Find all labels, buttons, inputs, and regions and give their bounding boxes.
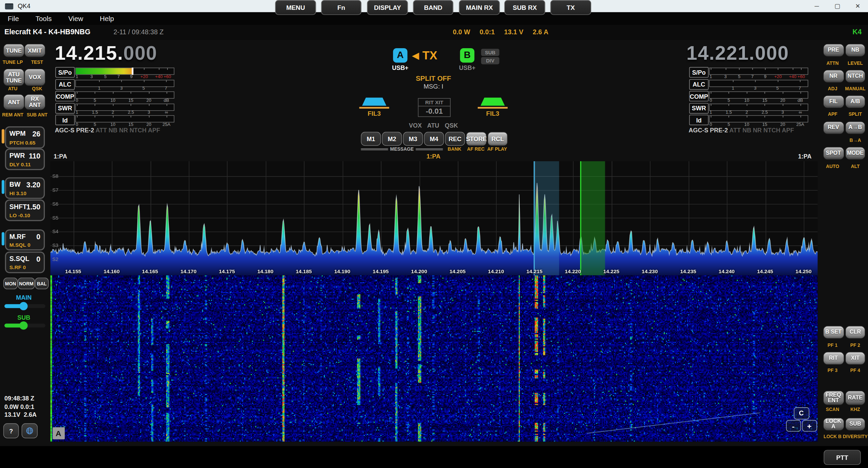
vfo-a-badge[interactable]: A [393, 48, 407, 62]
rit-xit-value: -0.01 [418, 106, 450, 116]
status-line-2: 13.1V 2.6A [4, 411, 37, 418]
agc-active-text: AGC-S PRE-2 [689, 127, 729, 134]
menu-item-file[interactable]: File [4, 15, 22, 22]
slider-main[interactable] [4, 304, 45, 308]
button-ant[interactable]: ANT [3, 94, 24, 110]
button-rec[interactable]: REC [445, 132, 465, 146]
button-bal[interactable]: BAL [35, 278, 49, 289]
button-a-b[interactable]: A/B [845, 95, 865, 108]
spectrum-display[interactable]: S8S7S6S5S4S3S214.15514.16014.16514.17014… [50, 161, 818, 275]
spectrum-canvas[interactable] [50, 161, 817, 275]
filter-a-control[interactable]: FIL3 [359, 97, 390, 117]
vfo-a-freq-dim: 000 [123, 42, 157, 64]
menu-item-tools[interactable]: Tools [32, 15, 55, 22]
footer-button-main-rx[interactable]: MAIN RX [459, 0, 500, 15]
zoom-in-button[interactable]: + [802, 420, 817, 432]
vox-atu-qsk-indicators: VOX ATU QSK [389, 122, 478, 129]
button-m4[interactable]: M4 [424, 132, 444, 146]
div-button[interactable]: DIV [481, 57, 499, 64]
button-spot[interactable]: SPOT [823, 147, 844, 160]
button-clr[interactable]: CLR [845, 326, 865, 339]
slider-sub[interactable] [4, 323, 45, 327]
passband-b-region[interactable] [580, 161, 605, 275]
button-rcl[interactable]: RCL [488, 132, 508, 146]
button-rx-ant[interactable]: RX ANT [24, 94, 45, 110]
footer-button-menu[interactable]: MENU [275, 0, 316, 15]
help-button[interactable]: ? [3, 423, 19, 438]
button-mon[interactable]: MON [3, 278, 18, 289]
footer-button-tx[interactable]: TX [550, 0, 591, 15]
vfo-a-frequency[interactable]: 14.215.000 [55, 42, 157, 64]
sub-rx-button[interactable]: SUB [481, 49, 499, 56]
knob-value: 0 [36, 233, 40, 241]
knob-mrf[interactable]: M.RF0M.SQL 0 [5, 229, 45, 250]
footer-button-display[interactable]: DISPLAY [367, 0, 408, 15]
waterfall-display[interactable]: A C - + [50, 275, 818, 442]
receiver-a-badge[interactable]: A [52, 427, 64, 439]
meter-tick [159, 68, 159, 70]
button-mode[interactable]: MODE [845, 147, 865, 160]
maximize-button[interactable]: ▢ [827, 0, 847, 12]
vfo-b-frequency[interactable]: 14.221.000 [686, 42, 789, 64]
vfo-a-mode[interactable]: USB+ [389, 64, 411, 71]
footer-button-fn[interactable]: Fn [321, 0, 361, 15]
button-norm[interactable]: NORM [18, 278, 35, 289]
network-globe-button[interactable] [22, 423, 38, 438]
rit-xit-panel[interactable]: RIT XIT -0.01 [418, 98, 451, 117]
button-rit[interactable]: RIT [823, 352, 844, 364]
label-manual: MANUAL [843, 86, 868, 91]
footer-button-sub-rx[interactable]: SUB RX [504, 0, 545, 15]
button-pre[interactable]: PRE [823, 44, 844, 57]
menu-item-help[interactable]: Help [96, 15, 117, 22]
button-store[interactable]: STORE [466, 132, 487, 146]
minimize-button[interactable]: ─ [807, 0, 827, 12]
button-b-set[interactable]: B SET [823, 326, 844, 339]
freq-axis-label: 14.190 [330, 268, 354, 274]
header-status-1: 0.0:1 [479, 28, 495, 36]
knob-ssql[interactable]: S.SQL0S.RF 0 [5, 251, 45, 273]
close-button[interactable]: ✕ [848, 0, 868, 12]
button-atu-tune[interactable]: ATU TUNE [3, 69, 24, 86]
slider-thumb[interactable] [19, 302, 27, 310]
button-a-b[interactable]: A→B [845, 121, 865, 134]
vfo-b-mode[interactable]: USB+ [456, 64, 478, 71]
knob-sub-label: PTCH 0.65 [9, 139, 36, 146]
button-m3[interactable]: M3 [403, 132, 423, 146]
knob-bw[interactable]: BW3.20HI 3.10 [5, 177, 45, 199]
span-c-button[interactable]: C [793, 407, 809, 419]
button-m2[interactable]: M2 [382, 132, 402, 146]
footer-button-band[interactable]: BAND [413, 0, 453, 15]
waterfall-canvas[interactable] [50, 275, 817, 442]
knob-shft[interactable]: SHFT1.50LO -0.10 [5, 200, 45, 221]
button-xit[interactable]: XIT [845, 352, 865, 364]
meter-scale-num: +60 [794, 74, 808, 79]
ptt-button[interactable]: PTT [824, 450, 861, 465]
menu-item-view[interactable]: View [65, 15, 86, 22]
passband-a-region[interactable] [534, 161, 559, 275]
slider-thumb[interactable] [19, 321, 27, 330]
button-m1[interactable]: M1 [361, 132, 381, 146]
meter-tick [747, 104, 747, 106]
vfo-b-badge[interactable]: B [460, 48, 474, 62]
button-xmit[interactable]: XMIT [24, 44, 45, 57]
button-vox[interactable]: VOX [24, 69, 45, 86]
button-rate[interactable]: RATE [845, 391, 865, 405]
button-fil[interactable]: FIL [823, 95, 844, 108]
button-lock-a[interactable]: LOCK A [823, 417, 844, 430]
button-freq-ent[interactable]: FREQ ENT [823, 391, 844, 405]
meter-scale-num: 25A [159, 121, 174, 127]
freq-axis-label: 14.155 [61, 268, 85, 274]
button-sub[interactable]: SUB [845, 417, 865, 430]
button-ntch[interactable]: NTCH [845, 70, 865, 82]
button-nb[interactable]: NB [845, 44, 865, 57]
button-nr[interactable]: NR [823, 70, 844, 82]
meter-scale-num: 7 [159, 86, 173, 91]
filter-b-control[interactable]: FIL3 [477, 97, 508, 117]
button-tune[interactable]: TUNE [3, 44, 24, 57]
knob-active-bar [2, 129, 4, 143]
button-rev[interactable]: REV [823, 121, 844, 134]
knob-pwr[interactable]: PWR110DLY 0.11 [5, 149, 45, 170]
knob-wpm[interactable]: WPM26PTCH 0.65 [5, 126, 45, 148]
zoom-out-button[interactable]: - [786, 420, 801, 432]
freq-axis-label: 14.170 [176, 268, 201, 274]
